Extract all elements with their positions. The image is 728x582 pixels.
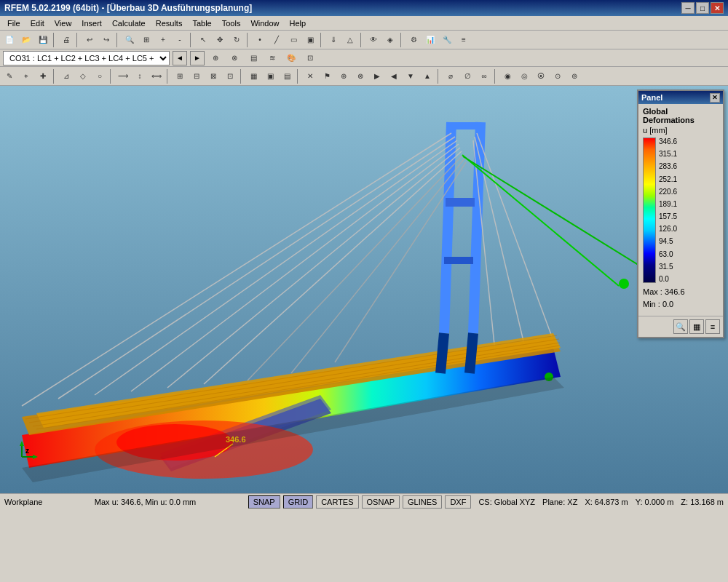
z-coord: Z: 13.168 m [681, 498, 724, 506]
t2-btn30[interactable]: ⦿ [533, 68, 549, 84]
menu-file[interactable]: File [3, 17, 25, 29]
node-btn[interactable]: • [252, 32, 268, 48]
t2-btn4[interactable]: ⊿ [58, 68, 74, 84]
zoom-in-btn[interactable]: + [155, 32, 171, 48]
menu-bar: File Edit View Insert Calculate Results … [0, 16, 728, 31]
cartes-button[interactable]: CARTES [316, 495, 358, 509]
glines-button[interactable]: GLINES [403, 495, 442, 509]
t2-btn13[interactable]: ⊡ [222, 68, 238, 84]
menu-edit[interactable]: Edit [26, 17, 49, 29]
bridge-3d-view[interactable]: 346.6 z [0, 86, 728, 493]
menu-tools[interactable]: Tools [218, 17, 245, 29]
print-btn[interactable]: 🖨 [58, 32, 74, 48]
t2-btn29[interactable]: ◎ [516, 68, 532, 84]
panel-icon-zoom[interactable]: 🔍 [673, 319, 688, 334]
panel-min-label: Min : [643, 300, 660, 308]
panel-subtitle: Global Deformations [643, 107, 719, 124]
color-scale-labels: 346.6 315.1 283.6 252.1 220.6 189.1 157.… [659, 137, 677, 283]
t2-btn10[interactable]: ⊞ [172, 68, 188, 84]
t2-btn23[interactable]: ▼ [403, 68, 419, 84]
t2-btn26[interactable]: ∅ [459, 68, 475, 84]
t2-btn24[interactable]: ▲ [419, 68, 435, 84]
t2-btn11[interactable]: ⊟ [189, 68, 205, 84]
menu-help[interactable]: Help [285, 17, 311, 29]
solid-btn[interactable]: ▣ [302, 32, 318, 48]
t2-btn8[interactable]: ↕ [132, 68, 148, 84]
t2-btn15[interactable]: ▣ [262, 68, 278, 84]
rebar-btn[interactable]: ≡ [456, 32, 472, 48]
open-btn[interactable]: 📂 [18, 32, 34, 48]
zoom-all-btn[interactable]: ⊞ [138, 32, 154, 48]
menu-results[interactable]: Results [151, 17, 187, 29]
dxf-button[interactable]: DXF [445, 495, 471, 509]
main-viewport[interactable]: Global Deformations u [mm] CO31 : LC1 + … [0, 86, 728, 493]
calc-btn[interactable]: ⚙ [405, 32, 422, 48]
t2-btn3[interactable]: ✚ [35, 68, 51, 84]
lc-icon3[interactable]: ▤ [245, 50, 261, 66]
lc-icon6[interactable]: ⊡ [302, 50, 318, 66]
t2-btn6[interactable]: ○ [92, 68, 108, 84]
lc-icon1[interactable]: ⊕ [207, 50, 223, 66]
t2-btn14[interactable]: ▦ [245, 68, 261, 84]
lc-prev-btn[interactable]: ◄ [173, 51, 187, 65]
display-btn[interactable]: 👁 [365, 32, 381, 48]
panel-icon-legend[interactable]: ≡ [705, 319, 720, 334]
t2-btn32[interactable]: ⊚ [566, 68, 582, 84]
save-btn[interactable]: 💾 [35, 32, 51, 48]
undo-btn[interactable]: ↩ [82, 32, 98, 48]
minimize-button[interactable]: ─ [681, 2, 695, 14]
osnap-button[interactable]: OSNAP [362, 495, 400, 509]
render-btn[interactable]: ◈ [382, 32, 398, 48]
load-btn[interactable]: ⇓ [325, 32, 341, 48]
panel-icon-grid[interactable]: ▦ [689, 319, 704, 334]
t2-btn2[interactable]: ⌖ [18, 68, 34, 84]
t2-btn7[interactable]: ⟶ [115, 68, 131, 84]
t2-btn12[interactable]: ⊠ [205, 68, 221, 84]
t2-btn16[interactable]: ▤ [279, 68, 295, 84]
zoom-btn[interactable]: 🔍 [122, 32, 138, 48]
t2-btn20[interactable]: ⊗ [352, 68, 368, 84]
t2-btn22[interactable]: ◀ [386, 68, 402, 84]
t2-btn19[interactable]: ⊕ [336, 68, 352, 84]
redo-btn[interactable]: ↪ [98, 32, 114, 48]
workplane-label: Workplane [4, 498, 42, 506]
line-btn[interactable]: ╱ [269, 32, 285, 48]
new-btn[interactable]: 📄 [1, 32, 17, 48]
t2-btn5[interactable]: ◇ [75, 68, 91, 84]
move-btn[interactable]: ✥ [212, 32, 228, 48]
close-button[interactable]: ✕ [711, 2, 724, 14]
lc-icon4[interactable]: ≋ [264, 50, 280, 66]
zoom-out-btn[interactable]: - [172, 32, 188, 48]
t2-btn21[interactable]: ▶ [369, 68, 385, 84]
menu-insert[interactable]: Insert [77, 17, 106, 29]
lc-icon5[interactable]: 🎨 [283, 50, 299, 66]
rotate-btn[interactable]: ↻ [229, 32, 245, 48]
t2-btn17[interactable]: ✕ [302, 68, 318, 84]
select-btn[interactable]: ↖ [195, 32, 211, 48]
menu-view[interactable]: View [50, 17, 76, 29]
maximize-button[interactable]: □ [696, 2, 709, 14]
menu-window[interactable]: Window [246, 17, 283, 29]
load-case-dropdown[interactable]: CO31 : LC1 + LC2 + LC3 + LC4 + LC5 + [3, 51, 170, 65]
grid-button[interactable]: GRID [283, 495, 314, 509]
panel-close-button[interactable]: ✕ [710, 93, 720, 103]
t2-btn9[interactable]: ⟺ [149, 68, 165, 84]
design-btn[interactable]: 🔧 [439, 32, 455, 48]
t2-btn28[interactable]: ◉ [499, 68, 515, 84]
surface-btn[interactable]: ▭ [285, 32, 301, 48]
lc-next-btn[interactable]: ► [190, 51, 205, 65]
t2-btn27[interactable]: ∞ [476, 68, 492, 84]
y-coord: Y: 0.000 m [636, 498, 674, 506]
panel-max-min: Max : 346.6 Min : 0.0 [643, 286, 719, 310]
support-btn[interactable]: △ [342, 32, 358, 48]
menu-calculate[interactable]: Calculate [108, 17, 150, 29]
t2-btn31[interactable]: ⊙ [550, 68, 566, 84]
snap-button[interactable]: SNAP [248, 495, 280, 509]
t2-btn1[interactable]: ✎ [1, 68, 17, 84]
t2-btn18[interactable]: ⚑ [319, 68, 335, 84]
status-bar: Workplane Max u: 346.6, Min u: 0.0 mm SN… [0, 493, 728, 509]
t2-btn25[interactable]: ⌀ [443, 68, 459, 84]
result-btn[interactable]: 📊 [422, 32, 438, 48]
lc-icon2[interactable]: ⊗ [226, 50, 242, 66]
menu-table[interactable]: Table [188, 17, 215, 29]
